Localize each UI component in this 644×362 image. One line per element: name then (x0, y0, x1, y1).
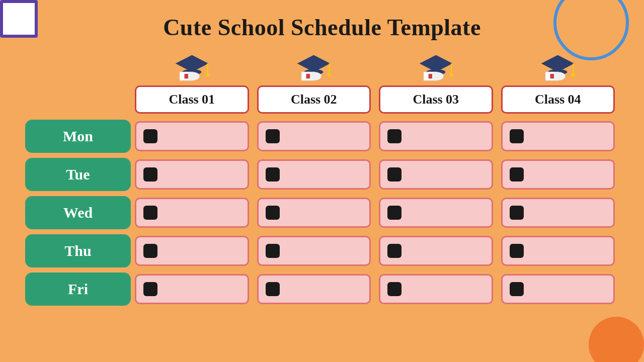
tue-label: Tue (25, 158, 131, 191)
class-03-label: Class 03 (379, 85, 493, 114)
mon-row: Mon (25, 120, 619, 153)
thu-label: Thu (25, 234, 131, 267)
tue-class01-cell[interactable] (135, 159, 249, 190)
thu-class04-cell[interactable] (501, 236, 615, 266)
mon-class01-cell[interactable] (135, 121, 249, 151)
mon-label: Mon (25, 120, 131, 153)
svg-point-25 (430, 72, 443, 80)
grad-cap-01-icon (173, 50, 211, 88)
class-04-label: Class 04 (501, 85, 615, 114)
thu-class03-icon (387, 244, 401, 258)
svg-point-22 (449, 73, 453, 77)
mon-class03-cell[interactable] (379, 121, 493, 151)
fri-class04-icon (510, 282, 524, 296)
svg-point-31 (572, 73, 576, 77)
svg-rect-28 (552, 63, 564, 65)
mon-class02-cell[interactable] (257, 121, 371, 151)
svg-point-7 (186, 72, 199, 80)
mon-class02-icon (266, 129, 280, 143)
fri-class03-cell[interactable] (379, 274, 493, 304)
svg-rect-10 (308, 63, 320, 65)
svg-point-16 (308, 72, 321, 80)
svg-rect-17 (306, 74, 310, 78)
grad-cap-04-icon (539, 50, 577, 88)
thu-class01-cell[interactable] (135, 236, 249, 266)
wed-class02-icon (266, 206, 280, 220)
svg-rect-35 (550, 74, 554, 78)
thu-class03-cell[interactable] (379, 236, 493, 266)
tue-class04-icon (510, 167, 524, 182)
svg-rect-19 (430, 63, 442, 65)
svg-point-4 (205, 73, 209, 77)
svg-rect-8 (184, 74, 188, 78)
thu-class02-cell[interactable] (257, 236, 371, 266)
fri-class02-cell[interactable] (257, 274, 371, 304)
wed-class03-icon (387, 206, 401, 220)
grad-cap-02-icon (295, 50, 333, 88)
wed-label: Wed (25, 196, 131, 229)
tue-class04-cell[interactable] (501, 159, 615, 190)
fri-label: Fri (25, 273, 131, 306)
class-03-header: Class 03 (379, 50, 493, 114)
thu-row: Thu (25, 234, 619, 267)
svg-rect-26 (428, 74, 432, 78)
tue-class01-icon (143, 167, 157, 182)
header-row: Class 01 Class 02 (25, 50, 619, 114)
fri-class01-cell[interactable] (135, 274, 249, 304)
class-04-header: Class 04 (501, 50, 615, 114)
schedule-container: Class 01 Class 02 (25, 50, 619, 311)
class-01-header: Class 01 (135, 50, 249, 114)
class-01-label: Class 01 (135, 85, 249, 114)
fri-class03-icon (387, 282, 401, 296)
wed-class04-cell[interactable] (501, 198, 615, 228)
mon-class04-cell[interactable] (501, 121, 615, 151)
tue-row: Tue (25, 158, 619, 191)
mon-class03-icon (387, 129, 401, 143)
wed-class03-cell[interactable] (379, 198, 493, 228)
mon-class01-icon (143, 129, 157, 143)
mon-class04-icon (510, 129, 524, 143)
fri-class02-icon (266, 282, 280, 296)
svg-rect-1 (186, 63, 198, 65)
fri-row: Fri (25, 273, 619, 306)
deco-top-left (0, 0, 38, 38)
wed-class02-cell[interactable] (257, 198, 371, 228)
wed-class04-icon (510, 206, 524, 220)
svg-point-34 (552, 72, 566, 80)
grad-cap-03-icon (417, 50, 455, 88)
tue-class02-cell[interactable] (257, 159, 371, 190)
tue-class02-icon (266, 167, 280, 182)
wed-class01-icon (143, 206, 157, 220)
wed-row: Wed (25, 196, 619, 229)
tue-class03-icon (387, 167, 401, 182)
thu-class04-icon (510, 244, 524, 258)
fri-class04-cell[interactable] (501, 274, 615, 304)
fri-class01-icon (143, 282, 157, 296)
page-title: Cute School Schedule Template (0, 0, 644, 46)
svg-point-13 (328, 73, 332, 77)
tue-class03-cell[interactable] (379, 159, 493, 190)
thu-class01-icon (143, 244, 157, 258)
thu-class02-icon (266, 244, 280, 258)
deco-bottom-right-circle (589, 317, 644, 362)
class-02-header: Class 02 (257, 50, 371, 114)
class-02-label: Class 02 (257, 85, 371, 114)
wed-class01-cell[interactable] (135, 198, 249, 228)
